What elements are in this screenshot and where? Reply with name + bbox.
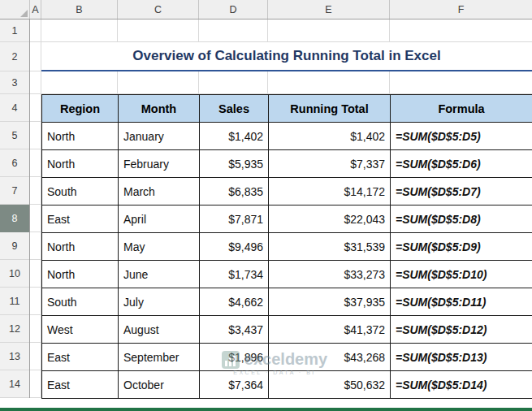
cell-month[interactable]: February bbox=[119, 150, 200, 178]
cell-region[interactable]: South bbox=[42, 178, 119, 206]
title-text: Overview of Calculating Running Total in… bbox=[132, 48, 440, 64]
row-header-10[interactable]: 10 bbox=[0, 260, 29, 288]
table-row: EastOctober$7,364$50,632=SUM($D$5:D14) bbox=[42, 371, 532, 399]
cell-region[interactable]: North bbox=[42, 150, 119, 178]
row-header-gutter: 1234567891011121314 bbox=[0, 19, 30, 398]
header-running-total[interactable]: Running Total bbox=[269, 95, 391, 123]
table-row: NorthJanuary$1,402$1,402=SUM($D$5:D5) bbox=[42, 123, 532, 150]
table-body: NorthJanuary$1,402$1,402=SUM($D$5:D5)Nor… bbox=[42, 123, 532, 399]
data-table: Region Month Sales Running Total Formula… bbox=[41, 94, 532, 399]
column-header-b[interactable]: B bbox=[41, 0, 118, 19]
table-row: SouthMarch$6,835$14,172=SUM($D$5:D7) bbox=[42, 178, 532, 206]
cell-running_total[interactable]: $50,632 bbox=[269, 371, 391, 399]
cell-running_total[interactable]: $31,539 bbox=[269, 233, 391, 261]
row-header-7[interactable]: 7 bbox=[0, 177, 29, 205]
cell-running_total[interactable]: $33,273 bbox=[269, 261, 391, 288]
row-header-9[interactable]: 9 bbox=[0, 232, 29, 260]
cell-running_total[interactable]: $14,172 bbox=[269, 178, 391, 206]
cell-formula[interactable]: =SUM($D$5:D14) bbox=[391, 371, 532, 399]
header-sales[interactable]: Sales bbox=[200, 95, 269, 123]
cell-region[interactable]: East bbox=[42, 344, 119, 371]
column-header-e[interactable]: E bbox=[268, 0, 390, 19]
row-header-2[interactable]: 2 bbox=[0, 42, 29, 71]
header-formula[interactable]: Formula bbox=[391, 95, 532, 123]
cell-month[interactable]: March bbox=[119, 178, 200, 206]
cell-month[interactable]: June bbox=[119, 261, 200, 288]
cell-month[interactable]: January bbox=[119, 123, 200, 150]
table-row: NorthFebruary$5,935$7,337=SUM($D$5:D6) bbox=[42, 150, 532, 178]
table-row: NorthJune$1,734$33,273=SUM($D$5:D10) bbox=[42, 261, 532, 288]
cell-formula[interactable]: =SUM($D$5:D8) bbox=[391, 206, 532, 233]
row-header-11[interactable]: 11 bbox=[0, 288, 29, 315]
cell-formula[interactable]: =SUM($D$5:D10) bbox=[391, 261, 532, 288]
cell-month[interactable]: May bbox=[119, 233, 200, 261]
cell-formula[interactable]: =SUM($D$5:D13) bbox=[391, 344, 532, 371]
cell-running_total[interactable]: $43,268 bbox=[269, 344, 391, 371]
spreadsheet-window: A B C D E F 1234567891011121314 Overview… bbox=[0, 0, 532, 411]
cell-sales[interactable]: $9,496 bbox=[200, 233, 269, 261]
cell-sales[interactable]: $7,871 bbox=[200, 206, 269, 233]
header-region[interactable]: Region bbox=[42, 95, 119, 123]
row-header-12[interactable]: 12 bbox=[0, 315, 29, 343]
cell-sales[interactable]: $3,437 bbox=[200, 316, 269, 344]
header-month[interactable]: Month bbox=[119, 95, 200, 123]
cell-formula[interactable]: =SUM($D$5:D11) bbox=[391, 288, 532, 316]
select-all-triangle-icon bbox=[20, 10, 28, 17]
cell-formula[interactable]: =SUM($D$5:D9) bbox=[391, 233, 532, 261]
row-header-6[interactable]: 6 bbox=[0, 149, 29, 177]
cell-month[interactable]: September bbox=[119, 344, 200, 371]
cell-running_total[interactable]: $22,043 bbox=[269, 206, 391, 233]
cell-running_total[interactable]: $1,402 bbox=[269, 123, 391, 150]
table-row: EastSeptember$1,896$43,268=SUM($D$5:D13) bbox=[42, 344, 532, 371]
cell-sales[interactable]: $7,364 bbox=[200, 371, 269, 399]
cell-region[interactable]: East bbox=[42, 206, 119, 233]
cell-formula[interactable]: =SUM($D$5:D12) bbox=[391, 316, 532, 344]
cell-region[interactable]: North bbox=[42, 261, 119, 288]
cell-sales[interactable]: $6,835 bbox=[200, 178, 269, 206]
select-all-button[interactable] bbox=[0, 0, 30, 19]
cell-sales[interactable]: $1,402 bbox=[200, 123, 269, 150]
column-header-f[interactable]: F bbox=[390, 0, 532, 19]
row-header-4[interactable]: 4 bbox=[0, 94, 29, 122]
cell-region[interactable]: South bbox=[42, 288, 119, 316]
cell-formula[interactable]: =SUM($D$5:D6) bbox=[391, 150, 532, 178]
cell-month[interactable]: April bbox=[119, 206, 200, 233]
cell-region[interactable]: North bbox=[42, 233, 119, 261]
table-row: NorthMay$9,496$31,539=SUM($D$5:D9) bbox=[42, 233, 532, 261]
cell-running_total[interactable]: $41,372 bbox=[269, 316, 391, 344]
cell-running_total[interactable]: $7,337 bbox=[269, 150, 391, 178]
cell-sales[interactable]: $1,896 bbox=[200, 344, 269, 371]
row-header-13[interactable]: 13 bbox=[0, 343, 29, 370]
cell-formula[interactable]: =SUM($D$5:D5) bbox=[391, 123, 532, 150]
cell-region[interactable]: East bbox=[42, 371, 119, 399]
column-header-d[interactable]: D bbox=[199, 0, 268, 19]
column-header-bar: A B C D E F bbox=[0, 0, 532, 19]
cell-region[interactable]: North bbox=[42, 123, 119, 150]
cell-sales[interactable]: $5,935 bbox=[200, 150, 269, 178]
status-bar-edge bbox=[0, 408, 532, 411]
table-row: EastApril$7,871$22,043=SUM($D$5:D8) bbox=[42, 206, 532, 233]
table-header-row: Region Month Sales Running Total Formula bbox=[42, 95, 532, 123]
row-header-5[interactable]: 5 bbox=[0, 122, 29, 149]
column-header-c[interactable]: C bbox=[118, 0, 199, 19]
worksheet-title: Overview of Calculating Running Total in… bbox=[41, 42, 532, 71]
row-header-14[interactable]: 14 bbox=[0, 370, 29, 398]
cell-formula[interactable]: =SUM($D$5:D7) bbox=[391, 178, 532, 206]
cell-running_total[interactable]: $37,935 bbox=[269, 288, 391, 316]
table-row: WestAugust$3,437$41,372=SUM($D$5:D12) bbox=[42, 316, 532, 344]
cell-region[interactable]: West bbox=[42, 316, 119, 344]
cell-month[interactable]: July bbox=[119, 288, 200, 316]
row-header-8[interactable]: 8 bbox=[0, 205, 29, 232]
table-row: SouthJuly$4,662$37,935=SUM($D$5:D11) bbox=[42, 288, 532, 316]
row-header-1[interactable]: 1 bbox=[0, 19, 29, 42]
cell-sales[interactable]: $1,734 bbox=[200, 261, 269, 288]
column-header-a[interactable]: A bbox=[30, 0, 41, 19]
cell-month[interactable]: October bbox=[119, 371, 200, 399]
cell-month[interactable]: August bbox=[119, 316, 200, 344]
cell-sales[interactable]: $4,662 bbox=[200, 288, 269, 316]
row-header-3[interactable]: 3 bbox=[0, 71, 29, 94]
